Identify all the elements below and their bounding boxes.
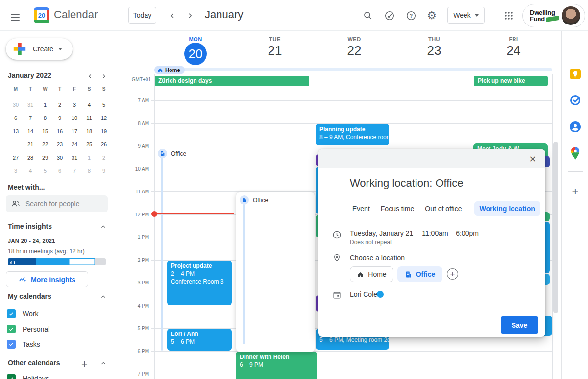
mini-cal-day[interactable]: 13 — [8, 125, 23, 137]
dialog-recurrence[interactable]: Does not repeat — [350, 239, 392, 246]
personal-calendar-checkbox[interactable] — [7, 325, 16, 333]
event-lori-ann[interactable]: Lori / Ann 5 – 6 PM — [167, 329, 232, 351]
calendar-logo-icon[interactable]: 20 — [34, 7, 49, 23]
settings-gear-icon[interactable]: ⚙ — [426, 10, 438, 22]
add-location-icon[interactable]: + — [447, 268, 458, 280]
main-menu-icon[interactable] — [11, 12, 20, 23]
event-planning-update[interactable]: Planning update 8 – 9 AM, Conference roo… — [316, 124, 389, 145]
mini-cal-day[interactable]: 29 — [38, 152, 52, 164]
mini-cal-day[interactable]: 20 — [8, 139, 23, 150]
apps-grid-icon[interactable] — [503, 10, 514, 22]
mini-cal-day[interactable]: 7 — [23, 112, 38, 124]
mini-cal-day[interactable]: 18 — [82, 125, 97, 137]
mini-cal-day[interactable]: 1 — [82, 152, 97, 164]
mini-cal-day[interactable]: 14 — [23, 125, 38, 137]
help-icon[interactable]: ? — [405, 10, 417, 22]
vertical-scrollbar[interactable] — [553, 142, 558, 313]
mini-cal-day[interactable]: 27 — [8, 152, 23, 164]
location-option-office[interactable]: Office — [397, 266, 442, 282]
allday-event-bike[interactable]: Pick up new bike — [474, 76, 548, 86]
mini-cal-day[interactable]: 30 — [52, 152, 67, 164]
keep-icon[interactable] — [569, 68, 582, 80]
day-number-mon-selected[interactable]: 20 — [184, 43, 207, 65]
mini-cal-day[interactable]: 3 — [67, 99, 82, 111]
next-period-icon[interactable] — [184, 10, 196, 22]
prev-period-icon[interactable] — [167, 10, 178, 22]
home-location-chip[interactable]: Home — [154, 66, 185, 74]
working-location-marker-mon[interactable]: Office — [158, 149, 186, 158]
tab-focus-time[interactable]: Focus time — [375, 201, 419, 216]
dialog-drag-handle[interactable] — [318, 149, 545, 168]
mini-cal-day[interactable]: 6 — [52, 165, 67, 177]
mini-cal-day[interactable]: 8 — [38, 112, 52, 124]
mini-cal-day[interactable]: 6 — [8, 112, 23, 124]
day-number-wed[interactable]: 22 — [340, 43, 369, 58]
allday-event-zurich[interactable]: Zürich design days — [154, 76, 309, 86]
search-people-input[interactable]: Search for people — [6, 195, 108, 212]
user-avatar[interactable] — [562, 6, 580, 25]
mini-cal-day[interactable]: 31 — [23, 99, 38, 111]
mini-cal-day[interactable]: 5 — [38, 165, 52, 177]
mini-cal-day[interactable]: 17 — [67, 125, 82, 137]
mini-calendar-next-icon[interactable] — [100, 72, 108, 82]
mini-cal-day[interactable]: 10 — [67, 112, 82, 124]
account-pill[interactable]: Dwelling Fund — [522, 4, 585, 27]
close-icon[interactable]: ✕ — [527, 153, 539, 165]
get-addons-icon[interactable]: + — [569, 185, 582, 198]
today-button[interactable]: Today — [128, 7, 156, 24]
day-number-fri[interactable]: 24 — [499, 43, 528, 58]
mini-cal-day[interactable]: 8 — [82, 165, 97, 177]
event-project-update[interactable]: Project update 2 – 4 PM Conference Room … — [167, 261, 232, 305]
mini-cal-day[interactable]: 31 — [67, 152, 82, 164]
holidays-calendar-checkbox[interactable] — [7, 374, 16, 379]
search-icon[interactable] — [362, 10, 374, 22]
mini-cal-day[interactable]: 4 — [82, 99, 97, 111]
google-tasks-icon[interactable] — [569, 94, 582, 107]
mini-cal-day[interactable]: 9 — [97, 165, 111, 177]
mini-cal-day[interactable]: 1 — [38, 99, 52, 111]
mini-cal-day[interactable]: 25 — [82, 139, 97, 150]
mini-cal-day[interactable]: 3 — [8, 165, 23, 177]
contacts-icon[interactable] — [569, 120, 582, 133]
mini-cal-day[interactable]: 11 — [82, 112, 97, 124]
view-selector-dropdown[interactable]: Week — [447, 7, 485, 24]
google-maps-icon[interactable] — [569, 147, 582, 160]
day-number-tue[interactable]: 21 — [260, 43, 290, 58]
mini-cal-day[interactable]: 9 — [52, 112, 67, 124]
mini-cal-day[interactable]: 24 — [67, 139, 82, 150]
collapse-other-calendars-icon[interactable] — [100, 360, 107, 368]
more-insights-button[interactable]: More insights — [6, 271, 88, 287]
mini-cal-day[interactable]: 2 — [52, 99, 67, 111]
dialog-datetime[interactable]: Tuesday, January 2111:00am – 6:00pm — [350, 229, 479, 237]
collapse-insights-icon[interactable] — [100, 223, 107, 232]
mini-cal-day[interactable]: 21 — [23, 139, 38, 150]
mini-cal-day[interactable]: 19 — [97, 125, 111, 137]
tab-working-location[interactable]: Working location — [474, 201, 540, 216]
mini-cal-day[interactable]: 5 — [97, 99, 111, 111]
mini-cal-day[interactable]: 2 — [97, 152, 111, 164]
working-location-preview-card[interactable]: Office — [236, 192, 315, 352]
mini-cal-day[interactable]: 4 — [23, 165, 38, 177]
tab-out-of-office[interactable]: Out of office — [419, 201, 467, 216]
event-dinner-with-helen[interactable]: Dinner with Helen 6 – 9 PM — [236, 352, 317, 379]
add-other-calendar-icon[interactable]: + — [81, 358, 88, 371]
tasks-calendar-checkbox[interactable] — [7, 340, 16, 349]
mini-cal-day[interactable]: 16 — [52, 125, 67, 137]
tasks-toggle-icon[interactable] — [384, 10, 395, 22]
mini-cal-day[interactable]: 23 — [52, 139, 67, 150]
collapse-my-calendars-icon[interactable] — [100, 293, 107, 302]
mini-cal-day[interactable]: 7 — [67, 165, 82, 177]
save-button[interactable]: Save — [501, 316, 538, 334]
create-button[interactable]: Create — [6, 38, 73, 60]
mini-cal-day[interactable]: 12 — [97, 112, 111, 124]
mini-calendar-prev-icon[interactable] — [86, 72, 94, 82]
mini-cal-day[interactable]: 28 — [23, 152, 38, 164]
owner-color-dot[interactable] — [377, 291, 384, 298]
tab-event[interactable]: Event — [347, 201, 375, 216]
location-option-home[interactable]: Home — [350, 266, 393, 282]
work-calendar-checkbox[interactable] — [7, 309, 16, 318]
mini-cal-day[interactable]: 15 — [38, 125, 52, 137]
day-number-thu[interactable]: 23 — [419, 43, 449, 58]
mini-cal-day[interactable]: 26 — [97, 139, 111, 150]
mini-cal-day[interactable]: 22 — [38, 139, 52, 150]
